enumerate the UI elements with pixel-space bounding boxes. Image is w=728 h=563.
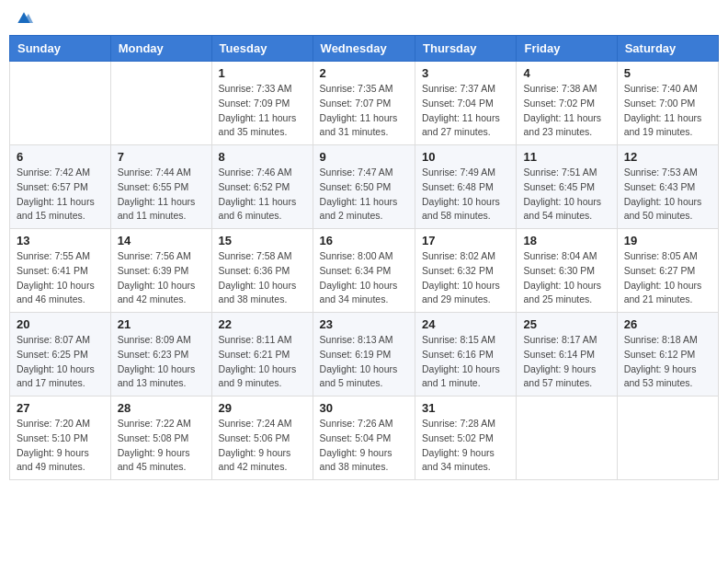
day-info: Sunrise: 7:26 AM Sunset: 5:04 PM Dayligh…: [320, 417, 408, 475]
day-info: Sunrise: 8:07 AM Sunset: 6:25 PM Dayligh…: [17, 333, 104, 391]
calendar-cell: [617, 396, 718, 480]
calendar-cell: 10Sunrise: 7:49 AM Sunset: 6:48 PM Dayli…: [415, 145, 517, 229]
day-info: Sunrise: 8:09 AM Sunset: 6:23 PM Dayligh…: [118, 333, 205, 391]
calendar-cell: 22Sunrise: 8:11 AM Sunset: 6:21 PM Dayli…: [211, 313, 313, 396]
day-number: 5: [624, 66, 711, 80]
day-info: Sunrise: 8:02 AM Sunset: 6:32 PM Dayligh…: [422, 249, 509, 307]
day-number: 19: [624, 234, 711, 247]
calendar-cell: 29Sunrise: 7:24 AM Sunset: 5:06 PM Dayli…: [211, 396, 313, 480]
day-number: 28: [118, 401, 205, 415]
day-info: Sunrise: 7:37 AM Sunset: 7:04 PM Dayligh…: [422, 82, 509, 140]
day-number: 15: [219, 234, 306, 247]
day-info: Sunrise: 7:46 AM Sunset: 6:52 PM Dayligh…: [219, 166, 306, 224]
day-info: Sunrise: 7:35 AM Sunset: 7:07 PM Dayligh…: [320, 82, 408, 140]
calendar-cell: 4Sunrise: 7:38 AM Sunset: 7:02 PM Daylig…: [517, 62, 617, 145]
weekday-header-friday: Friday: [517, 36, 617, 62]
calendar-cell: 28Sunrise: 7:22 AM Sunset: 5:08 PM Dayli…: [110, 396, 211, 480]
day-number: 13: [17, 234, 104, 247]
day-number: 10: [422, 150, 509, 164]
day-number: 2: [320, 66, 408, 80]
weekday-header-saturday: Saturday: [617, 36, 718, 62]
day-number: 21: [118, 317, 205, 331]
day-info: Sunrise: 7:38 AM Sunset: 7:02 PM Dayligh…: [523, 82, 609, 140]
calendar-cell: 3Sunrise: 7:37 AM Sunset: 7:04 PM Daylig…: [415, 62, 517, 145]
day-info: Sunrise: 7:44 AM Sunset: 6:55 PM Dayligh…: [118, 166, 205, 224]
calendar-cell: [110, 62, 211, 145]
calendar-table: SundayMondayTuesdayWednesdayThursdayFrid…: [9, 35, 719, 480]
day-info: Sunrise: 8:00 AM Sunset: 6:34 PM Dayligh…: [320, 249, 408, 307]
calendar-cell: 26Sunrise: 8:18 AM Sunset: 6:12 PM Dayli…: [617, 313, 718, 396]
day-info: Sunrise: 7:47 AM Sunset: 6:50 PM Dayligh…: [320, 166, 408, 224]
calendar-header-row: SundayMondayTuesdayWednesdayThursdayFrid…: [10, 36, 719, 62]
day-info: Sunrise: 8:15 AM Sunset: 6:16 PM Dayligh…: [422, 333, 509, 391]
weekday-header-thursday: Thursday: [415, 36, 517, 62]
day-info: Sunrise: 8:04 AM Sunset: 6:30 PM Dayligh…: [523, 249, 609, 307]
day-number: 3: [422, 66, 509, 80]
day-info: Sunrise: 8:05 AM Sunset: 6:27 PM Dayligh…: [624, 249, 711, 307]
day-number: 7: [118, 150, 205, 164]
weekday-header-monday: Monday: [110, 36, 211, 62]
weekday-header-sunday: Sunday: [10, 36, 111, 62]
day-info: Sunrise: 7:28 AM Sunset: 5:02 PM Dayligh…: [422, 417, 509, 475]
day-number: 29: [219, 401, 306, 415]
calendar-cell: 17Sunrise: 8:02 AM Sunset: 6:32 PM Dayli…: [415, 229, 517, 313]
calendar-cell: 24Sunrise: 8:15 AM Sunset: 6:16 PM Dayli…: [415, 313, 517, 396]
day-number: 1: [219, 66, 306, 80]
calendar-cell: 25Sunrise: 8:17 AM Sunset: 6:14 PM Dayli…: [517, 313, 617, 396]
day-info: Sunrise: 7:33 AM Sunset: 7:09 PM Dayligh…: [219, 82, 306, 140]
day-number: 20: [17, 317, 104, 331]
calendar-cell: 13Sunrise: 7:55 AM Sunset: 6:41 PM Dayli…: [10, 229, 111, 313]
day-number: 16: [320, 234, 408, 247]
calendar-cell: 7Sunrise: 7:44 AM Sunset: 6:55 PM Daylig…: [110, 145, 211, 229]
day-number: 4: [523, 66, 609, 80]
day-number: 8: [219, 150, 306, 164]
day-number: 14: [118, 234, 205, 247]
calendar-cell: 11Sunrise: 7:51 AM Sunset: 6:45 PM Dayli…: [517, 145, 617, 229]
calendar-cell: 5Sunrise: 7:40 AM Sunset: 7:00 PM Daylig…: [617, 62, 718, 145]
calendar-cell: 9Sunrise: 7:47 AM Sunset: 6:50 PM Daylig…: [313, 145, 415, 229]
calendar-week-row: 13Sunrise: 7:55 AM Sunset: 6:41 PM Dayli…: [10, 229, 719, 313]
calendar-cell: 20Sunrise: 8:07 AM Sunset: 6:25 PM Dayli…: [10, 313, 111, 396]
day-number: 12: [624, 150, 711, 164]
calendar-cell: 21Sunrise: 8:09 AM Sunset: 6:23 PM Dayli…: [110, 313, 211, 396]
day-number: 6: [17, 150, 104, 164]
day-info: Sunrise: 7:56 AM Sunset: 6:39 PM Dayligh…: [118, 249, 205, 307]
day-info: Sunrise: 7:51 AM Sunset: 6:45 PM Dayligh…: [523, 166, 609, 224]
calendar-cell: 23Sunrise: 8:13 AM Sunset: 6:19 PM Dayli…: [313, 313, 415, 396]
day-info: Sunrise: 7:58 AM Sunset: 6:36 PM Dayligh…: [219, 249, 306, 307]
day-info: Sunrise: 7:22 AM Sunset: 5:08 PM Dayligh…: [118, 417, 205, 475]
day-number: 18: [523, 234, 609, 247]
calendar-week-row: 1Sunrise: 7:33 AM Sunset: 7:09 PM Daylig…: [10, 62, 719, 145]
day-info: Sunrise: 7:40 AM Sunset: 7:00 PM Dayligh…: [624, 82, 711, 140]
calendar-cell: 2Sunrise: 7:35 AM Sunset: 7:07 PM Daylig…: [313, 62, 415, 145]
calendar-week-row: 20Sunrise: 8:07 AM Sunset: 6:25 PM Dayli…: [10, 313, 719, 396]
logo-icon: [15, 9, 33, 28]
calendar-cell: 15Sunrise: 7:58 AM Sunset: 6:36 PM Dayli…: [211, 229, 313, 313]
day-info: Sunrise: 7:53 AM Sunset: 6:43 PM Dayligh…: [624, 166, 711, 224]
page-header: [9, 9, 719, 28]
calendar-cell: 19Sunrise: 8:05 AM Sunset: 6:27 PM Dayli…: [617, 229, 718, 313]
day-info: Sunrise: 7:24 AM Sunset: 5:06 PM Dayligh…: [219, 417, 306, 475]
day-number: 30: [320, 401, 408, 415]
day-number: 9: [320, 150, 408, 164]
calendar-cell: 31Sunrise: 7:28 AM Sunset: 5:02 PM Dayli…: [415, 396, 517, 480]
day-number: 22: [219, 317, 306, 331]
day-number: 31: [422, 401, 509, 415]
calendar-cell: [517, 396, 617, 480]
weekday-header-wednesday: Wednesday: [313, 36, 415, 62]
day-number: 23: [320, 317, 408, 331]
day-info: Sunrise: 7:55 AM Sunset: 6:41 PM Dayligh…: [17, 249, 104, 307]
day-info: Sunrise: 8:18 AM Sunset: 6:12 PM Dayligh…: [624, 333, 711, 391]
calendar-cell: 30Sunrise: 7:26 AM Sunset: 5:04 PM Dayli…: [313, 396, 415, 480]
calendar-cell: 14Sunrise: 7:56 AM Sunset: 6:39 PM Dayli…: [110, 229, 211, 313]
day-number: 26: [624, 317, 711, 331]
day-info: Sunrise: 7:42 AM Sunset: 6:57 PM Dayligh…: [17, 166, 104, 224]
calendar-week-row: 6Sunrise: 7:42 AM Sunset: 6:57 PM Daylig…: [10, 145, 719, 229]
day-number: 17: [422, 234, 509, 247]
calendar-cell: 16Sunrise: 8:00 AM Sunset: 6:34 PM Dayli…: [313, 229, 415, 313]
calendar-cell: 18Sunrise: 8:04 AM Sunset: 6:30 PM Dayli…: [517, 229, 617, 313]
calendar-cell: 8Sunrise: 7:46 AM Sunset: 6:52 PM Daylig…: [211, 145, 313, 229]
calendar-cell: 6Sunrise: 7:42 AM Sunset: 6:57 PM Daylig…: [10, 145, 111, 229]
calendar-cell: 1Sunrise: 7:33 AM Sunset: 7:09 PM Daylig…: [211, 62, 313, 145]
day-info: Sunrise: 8:17 AM Sunset: 6:14 PM Dayligh…: [523, 333, 609, 391]
